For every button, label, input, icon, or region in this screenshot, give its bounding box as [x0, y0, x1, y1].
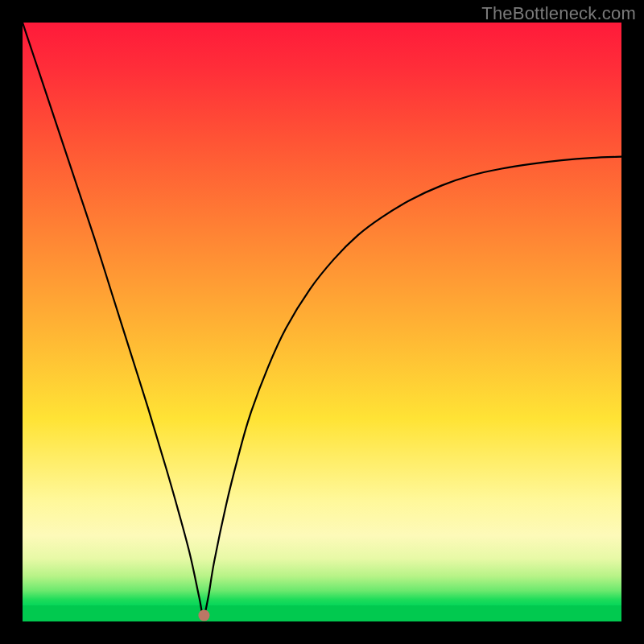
bottleneck-curve	[23, 23, 621, 616]
minimum-marker-dot	[198, 610, 209, 621]
plot-area	[23, 23, 621, 621]
curve-svg	[23, 23, 621, 621]
chart-frame	[23, 23, 621, 621]
watermark-text: TheBottleneck.com	[481, 3, 636, 24]
